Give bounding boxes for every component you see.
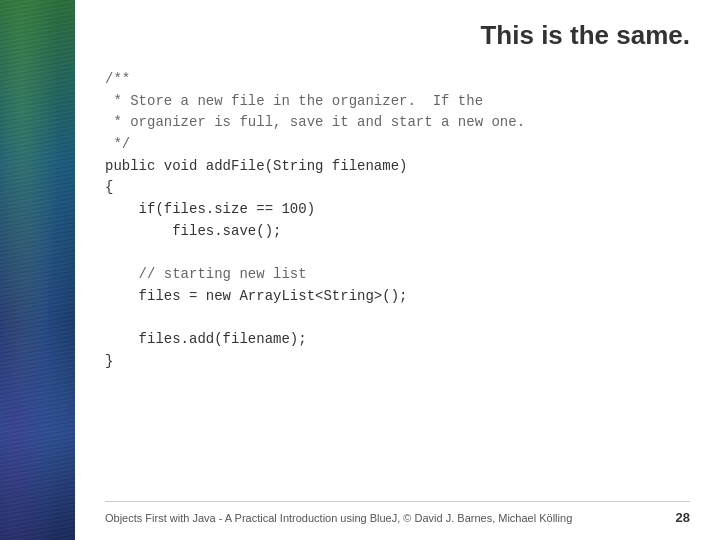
- code-block: /** * Store a new file in the organizer.…: [105, 69, 690, 501]
- slide-footer: Objects First with Java - A Practical In…: [105, 501, 690, 525]
- code-line-8: files.save();: [105, 221, 690, 243]
- code-line-6: {: [105, 177, 690, 199]
- footer-citation: Objects First with Java - A Practical In…: [105, 512, 572, 524]
- code-line-11: files = new ArrayList<String>();: [105, 286, 690, 308]
- code-line-4: */: [105, 134, 690, 156]
- decorative-panel: [0, 0, 75, 540]
- footer-page-number: 28: [676, 510, 690, 525]
- code-line-14: }: [105, 351, 690, 373]
- code-line-9: [105, 243, 690, 265]
- code-line-2: * Store a new file in the organizer. If …: [105, 91, 690, 113]
- slide-content: This is the same. /** * Store a new file…: [75, 0, 720, 540]
- code-line-12: [105, 308, 690, 330]
- code-line-13: files.add(filename);: [105, 329, 690, 351]
- code-line-1: /**: [105, 69, 690, 91]
- code-line-7: if(files.size == 100): [105, 199, 690, 221]
- code-line-5: public void addFile(String filename): [105, 156, 690, 178]
- code-line-3: * organizer is full, save it and start a…: [105, 112, 690, 134]
- code-line-10: // starting new list: [105, 264, 690, 286]
- slide-title: This is the same.: [105, 20, 690, 51]
